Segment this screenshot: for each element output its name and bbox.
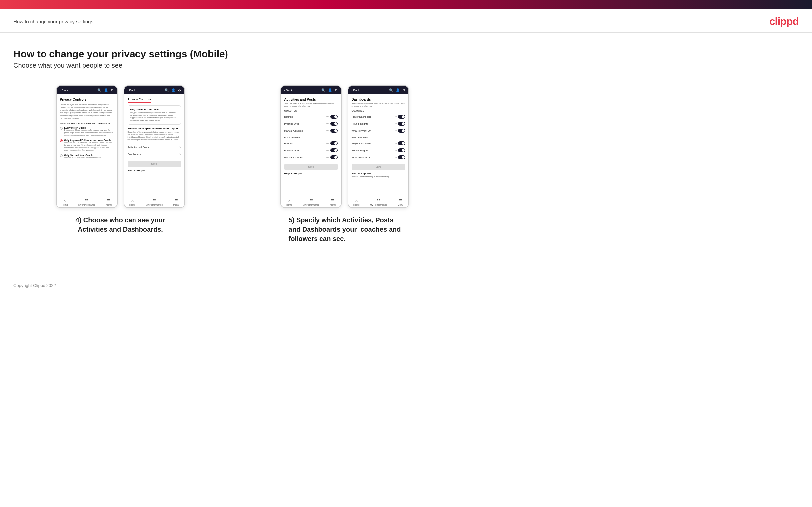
home-label-4: Home	[353, 204, 360, 206]
followers-manual-track[interactable]	[331, 155, 338, 159]
dashboards-desc: Select the dashboards that you'd like to…	[352, 102, 405, 107]
search-icon-2[interactable]: 🔍	[165, 88, 169, 92]
search-icon-3[interactable]: 🔍	[321, 88, 325, 92]
chevron-left-icon-4: ‹	[352, 89, 353, 92]
footer-menu-3[interactable]: ☰ Menu	[330, 199, 336, 206]
menu-dashboards[interactable]: Dashboards >	[128, 151, 181, 158]
followers-round-insights-track[interactable]	[398, 148, 405, 152]
coaches-what-to-work-track[interactable]	[398, 129, 405, 133]
settings-icon-3[interactable]: ⚙	[335, 88, 338, 92]
performance-label-2: My Performance	[146, 204, 163, 206]
coaches-what-to-work-row: What To Work On ON	[352, 127, 405, 134]
back-label-2: Back	[129, 89, 136, 92]
followers-label-3: FOLLOWERS	[284, 136, 338, 139]
back-label-3: Back	[286, 89, 293, 92]
coaches-drills-toggle[interactable]: ON	[326, 122, 338, 126]
back-button-1[interactable]: ‹ Back	[60, 89, 68, 92]
coaches-round-insights-track[interactable]	[398, 122, 405, 126]
footer-performance-3[interactable]: ☷ My Performance	[303, 199, 319, 206]
caption5-text: 5) Specify which Activities, Postsand Da…	[289, 216, 401, 242]
option-only-you-desc: Only you and the coaches you connect wit…	[64, 156, 102, 159]
followers-drills-toggle[interactable]: ON	[326, 148, 338, 152]
footer-home-3[interactable]: ⌂ Home	[286, 199, 292, 206]
show-hide-desc: Regardless of the privacy controls that …	[128, 131, 181, 142]
followers-what-to-work-label: What To Work On	[352, 156, 371, 159]
followers-manual-toggle[interactable]: ON	[326, 155, 338, 159]
footer-performance-4[interactable]: ☷ My Performance	[370, 199, 387, 206]
coaches-manual-track[interactable]	[331, 129, 338, 133]
coaches-manual-label: Manual Activities	[284, 129, 303, 132]
nav-icons-3: 🔍 👤 ⚙	[321, 88, 338, 92]
coaches-drills-track[interactable]	[331, 122, 338, 126]
footer-menu-4[interactable]: ☰ Menu	[397, 199, 403, 206]
followers-drills-track[interactable]	[331, 148, 338, 152]
footer-menu-2[interactable]: ☰ Menu	[173, 199, 179, 206]
settings-icon-4[interactable]: ⚙	[402, 88, 405, 92]
coaches-player-dash-label: Player Dashboard	[352, 115, 372, 118]
coaches-rounds-track[interactable]	[331, 115, 338, 119]
footer-performance-2[interactable]: ☷ My Performance	[146, 199, 163, 206]
back-button-4[interactable]: ‹ Back	[352, 89, 360, 92]
home-icon-2: ⌂	[131, 199, 134, 204]
coaches-player-dash-track[interactable]	[398, 115, 405, 119]
followers-rounds-track[interactable]	[331, 142, 338, 145]
radio-approved[interactable]	[60, 139, 63, 142]
followers-round-insights-toggle[interactable]: ON	[394, 148, 405, 152]
phone-footer-2: ⌂ Home ☷ My Performance ☰ Menu	[124, 197, 184, 207]
search-icon[interactable]: 🔍	[97, 88, 101, 92]
option-only-you[interactable]: Only You and Your Coach Only you and the…	[60, 154, 114, 159]
menu-icon-3: ☰	[331, 199, 335, 204]
nav-icons-4: 🔍 👤 ⚙	[389, 88, 405, 92]
coaches-rounds-toggle[interactable]: ON	[326, 115, 338, 119]
option-only-you-label: Only You and Your Coach	[64, 154, 102, 156]
coaches-round-insights-label: Round Insights	[352, 122, 368, 125]
followers-rounds-toggle[interactable]: ON	[326, 142, 338, 145]
menu-label-2: Menu	[173, 204, 179, 206]
back-button-3[interactable]: ‹ Back	[284, 89, 293, 92]
privacy-controls-tab[interactable]: Privacy Controls	[128, 98, 151, 103]
coaches-what-to-work-toggle[interactable]: ON	[394, 129, 405, 133]
radio-only-you[interactable]	[60, 154, 63, 157]
home-icon-3: ⌂	[288, 199, 290, 204]
person-icon-3[interactable]: 👤	[328, 88, 332, 92]
coaches-manual-toggle[interactable]: ON	[326, 129, 338, 133]
settings-icon[interactable]: ⚙	[111, 88, 114, 92]
save-button-2[interactable]: Save	[128, 161, 181, 167]
home-icon: ⌂	[64, 199, 66, 204]
followers-label-4: FOLLOWERS	[352, 136, 405, 139]
chart-icon-4: ☷	[376, 199, 380, 204]
footer-performance-1[interactable]: ☷ My Performance	[79, 199, 95, 206]
followers-player-dash-track[interactable]	[398, 142, 405, 145]
footer-home-1[interactable]: ⌂ Home	[62, 199, 68, 206]
option-approved[interactable]: Only Approved Followers and Your Coach O…	[60, 139, 114, 152]
person-icon-2[interactable]: 👤	[171, 88, 175, 92]
save-button-4[interactable]: Save	[352, 164, 405, 170]
footer-menu-1[interactable]: ☰ Menu	[106, 199, 112, 206]
search-icon-4[interactable]: 🔍	[389, 88, 393, 92]
followers-player-dash-toggle[interactable]: ON	[394, 142, 405, 145]
footer-home-2[interactable]: ⌂ Home	[129, 199, 136, 206]
save-button-3[interactable]: Save	[284, 164, 338, 170]
chart-icon: ☷	[85, 199, 89, 204]
logo: clippd	[769, 15, 799, 27]
followers-rounds-label: Rounds	[284, 142, 293, 145]
menu-activities[interactable]: Activities and Posts >	[128, 144, 181, 151]
footer-home-4[interactable]: ⌂ Home	[353, 199, 360, 206]
back-button-2[interactable]: ‹ Back	[128, 89, 136, 92]
settings-icon-2[interactable]: ⚙	[178, 88, 181, 92]
followers-manual-label: Manual Activities	[284, 156, 303, 159]
person-icon[interactable]: 👤	[104, 88, 108, 92]
option-everyone[interactable]: Everyone on Clippd Everyone on Clippd ca…	[60, 127, 114, 137]
followers-what-to-work-toggle[interactable]: ON	[394, 155, 405, 159]
phone-screen-2: ‹ Back 🔍 👤 ⚙ Privacy Controls Only You a…	[123, 85, 185, 208]
option-approved-desc: Only approved followers and coaches you …	[64, 142, 114, 152]
radio-everyone[interactable]	[60, 127, 63, 130]
menu-icon-4: ☰	[399, 199, 402, 204]
chevron-right-dashboards: >	[179, 153, 181, 156]
coaches-label-3: COACHES	[284, 110, 338, 112]
followers-what-to-work-track[interactable]	[398, 155, 405, 159]
person-icon-4[interactable]: 👤	[396, 88, 400, 92]
coaches-round-insights-toggle[interactable]: ON	[394, 122, 405, 126]
coaches-player-dash-toggle[interactable]: ON	[394, 115, 405, 119]
menu-label-4: Menu	[397, 204, 403, 206]
